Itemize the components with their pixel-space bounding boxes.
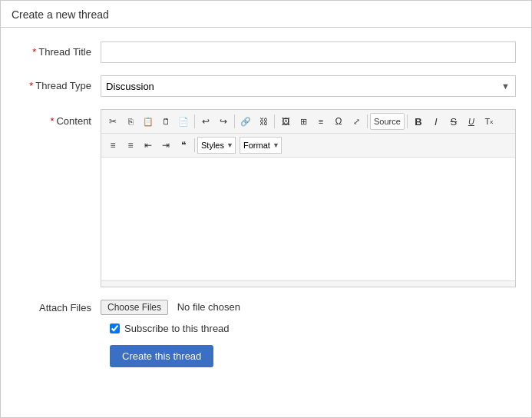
copy-button[interactable]: ⎘ [122, 113, 139, 130]
blockquote-button[interactable]: ❝ [175, 137, 192, 154]
attach-files-label: Attach Files [16, 302, 101, 314]
underline-button[interactable]: U [463, 113, 480, 130]
format-select[interactable]: Format [240, 137, 282, 154]
toolbar-sep-5 [407, 114, 408, 128]
bold-button[interactable]: B [410, 113, 427, 130]
editor-wrapper: ✂ ⎘ 📋 🗒 📄 ↩ ↪ 🔗 ⛓ 🖼 ⊞ ≡ [101, 109, 516, 287]
content-label: *Content [16, 109, 101, 127]
required-star-3: * [50, 115, 54, 127]
choose-files-button[interactable]: Choose Files [101, 300, 168, 315]
hr-button[interactable]: ≡ [312, 113, 329, 130]
indent-button[interactable]: ⇥ [157, 137, 174, 154]
toolbar-sep-2 [234, 114, 235, 128]
redo-button[interactable]: ↪ [215, 113, 232, 130]
ol-button[interactable]: ≡ [104, 137, 121, 154]
image-button[interactable]: 🖼 [277, 113, 294, 130]
attach-files-field: Choose Files No file chosen [101, 300, 240, 315]
thread-type-select-wrapper: Discussion ▼ [101, 75, 516, 97]
toolbar-sep-1 [194, 114, 195, 128]
ul-button[interactable]: ≡ [122, 137, 139, 154]
toolbar-row-1: ✂ ⎘ 📋 🗒 📄 ↩ ↪ 🔗 ⛓ 🖼 ⊞ ≡ [101, 110, 515, 134]
thread-type-field: Discussion ▼ [101, 75, 516, 97]
special-char-button[interactable]: Ω [330, 113, 347, 130]
styles-select[interactable]: Styles [197, 137, 236, 154]
required-star-2: * [29, 80, 33, 91]
format-select-wrapper: Format ▼ [240, 137, 282, 154]
form-body: *Thread Title *Thread Type Discussion ▼ [1, 28, 531, 383]
fullscreen-button[interactable]: ⤢ [348, 113, 365, 130]
unlink-button[interactable]: ⛓ [255, 113, 272, 130]
italic-button[interactable]: I [428, 113, 444, 130]
thread-type-row: *Thread Type Discussion ▼ [16, 75, 516, 97]
attach-files-row: Attach Files Choose Files No file chosen [16, 300, 516, 315]
submit-row: Create this thread [110, 345, 516, 367]
subscribe-checkbox[interactable] [110, 323, 120, 333]
link-button[interactable]: 🔗 [237, 113, 254, 130]
create-thread-button[interactable]: Create this thread [110, 345, 213, 367]
toolbar-sep-4 [367, 114, 368, 128]
thread-type-label: *Thread Type [16, 75, 101, 91]
content-field: ✂ ⎘ 📋 🗒 📄 ↩ ↪ 🔗 ⛓ 🖼 ⊞ ≡ [101, 109, 516, 287]
file-upload-label[interactable]: Choose Files [101, 301, 171, 313]
strikethrough-button[interactable]: S [445, 113, 462, 130]
thread-title-input[interactable] [101, 41, 516, 63]
create-thread-form: Create a new thread *Thread Title *Threa… [0, 0, 532, 418]
cut-button[interactable]: ✂ [104, 113, 121, 130]
page-title: Create a new thread [1, 1, 531, 28]
source-button[interactable]: Source [370, 113, 405, 130]
editor-content-area[interactable] [101, 158, 515, 280]
outdent-button[interactable]: ⇤ [140, 137, 157, 154]
toolbar-sep-3 [274, 114, 275, 128]
toolbar-sep-6 [194, 138, 195, 152]
subscribe-row: Subscribe to this thread [110, 323, 516, 334]
no-file-text: No file chosen [177, 301, 240, 313]
styles-select-wrapper: Styles ▼ [197, 137, 236, 154]
clear-format-button[interactable]: Tx [481, 113, 497, 130]
paste-button[interactable]: 📋 [140, 113, 157, 130]
undo-button[interactable]: ↩ [197, 113, 214, 130]
toolbar-row-2: ≡ ≡ ⇤ ⇥ ❝ Styles ▼ [101, 134, 515, 158]
editor-resize-bar[interactable] [101, 280, 515, 287]
content-row: *Content ✂ ⎘ 📋 🗒 📄 ↩ ↪ 🔗 [16, 109, 516, 287]
required-star: * [32, 46, 36, 58]
thread-title-label: *Thread Title [16, 41, 101, 58]
thread-title-field [101, 41, 516, 63]
thread-title-row: *Thread Title [16, 41, 516, 63]
paste-word-button[interactable]: 📄 [175, 113, 192, 130]
table-button[interactable]: ⊞ [295, 113, 312, 130]
paste-text-button[interactable]: 🗒 [157, 113, 174, 130]
subscribe-label[interactable]: Subscribe to this thread [124, 323, 230, 334]
thread-type-select[interactable]: Discussion [101, 75, 516, 97]
